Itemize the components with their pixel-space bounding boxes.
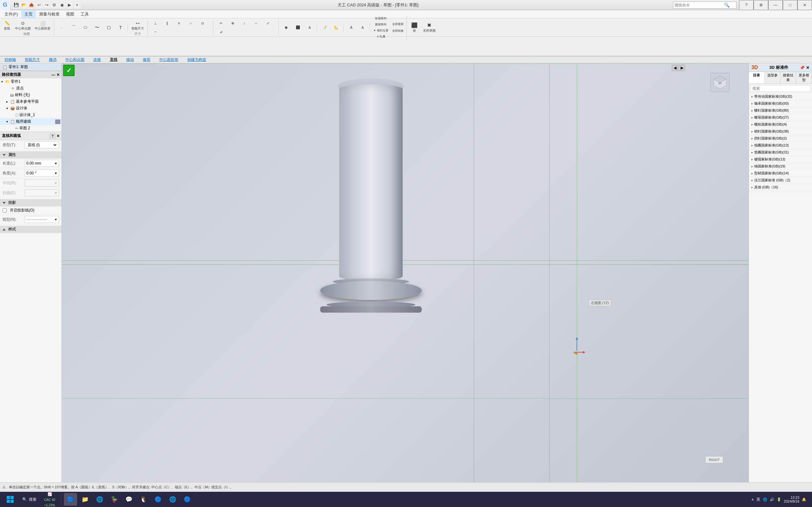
save-btn[interactable]: 💾 — [13, 2, 20, 9]
sequential-expand-btn[interactable]: ↔ — [55, 119, 60, 124]
path-finder-minus[interactable]: — — [51, 73, 55, 77]
length-input[interactable] — [26, 161, 54, 166]
tool-at2[interactable]: A — [357, 23, 368, 32]
right-item-bearing[interactable]: ▸ 轴承国家标准(GB)(93) — [749, 100, 812, 107]
clock-display[interactable]: 13:23 2024/8/16 — [784, 496, 799, 503]
type-select[interactable]: 直线 (l) 圆弧 (A) — [26, 143, 57, 148]
section-projection[interactable]: 投影 — [0, 199, 61, 207]
cmd-center-circle[interactable]: 中心和点圆 — [64, 57, 86, 62]
menu-view[interactable]: 视图 — [63, 10, 78, 18]
play-down-btn[interactable]: ▼ — [73, 2, 81, 9]
tool-ss1[interactable]: ✂ — [215, 19, 226, 27]
menu-home[interactable]: 主页 — [21, 10, 36, 18]
right-item-flange[interactable]: ▸ 法兰国家标准 (GB)（2) — [749, 177, 812, 184]
menu-tools[interactable]: 工具 — [78, 10, 92, 18]
tool-r5[interactable]: ⊙ — [197, 19, 208, 27]
tool-ann1[interactable]: 📝 — [319, 23, 330, 32]
command-search-bar[interactable]: 🔍 — [673, 2, 737, 9]
taskbar-filemanager[interactable]: 📁 — [79, 493, 92, 506]
section-attrs[interactable]: 属性 — [0, 151, 61, 159]
right-item-washer[interactable]: ▸ 垫圈国家标准(GB)(31) — [749, 149, 812, 156]
menu-measure[interactable]: 测量与检查 — [36, 10, 63, 18]
taskbar-app3[interactable]: 💬 — [122, 493, 136, 506]
right-item-snap[interactable]: ▸ 纳国家标准(GB)(19) — [749, 163, 812, 170]
tab-search-result[interactable]: 搜索结果 — [780, 72, 797, 83]
right-search-input[interactable] — [750, 85, 811, 92]
tab-more-models[interactable]: 更多模型 — [796, 72, 812, 83]
tool-circle[interactable]: ⊙ 中心和点圆 — [13, 19, 32, 32]
tool-at1[interactable]: Ā — [346, 23, 357, 32]
tool-convert-all[interactable]: 全部转换 — [391, 28, 405, 34]
tool-r6[interactable]: ↔ — [150, 27, 161, 36]
start-button[interactable] — [3, 492, 18, 507]
nav-prev[interactable]: ◀ — [672, 65, 678, 71]
cmd-move[interactable]: 移动 — [125, 57, 135, 62]
tool-hole[interactable]: ⊙ 孔属 — [372, 34, 390, 40]
right-item-other[interactable]: ▸ 其他 (GB)（16) — [749, 184, 812, 191]
tool-r2[interactable]: ∥ — [161, 19, 173, 27]
tool-feat3[interactable]: A — [304, 23, 315, 32]
tree-expander-ref[interactable]: ▸ — [6, 100, 10, 103]
menu-file[interactable]: 文件(F) — [1, 10, 21, 18]
prop-angle-value[interactable]: ▼ — [25, 170, 59, 177]
export-btn[interactable]: 📤 — [28, 2, 35, 9]
open-btn[interactable]: 📂 — [20, 2, 27, 9]
viewport[interactable]: ✓ 左视图 (YZ) — [62, 63, 749, 482]
tool-ss4[interactable]: ↔ — [250, 19, 262, 27]
tool-smart-dim[interactable]: ↔ 智能尺寸 — [130, 19, 146, 32]
cmd-line[interactable]: 直线 — [108, 57, 119, 62]
right-item-key[interactable]: ▸ 键国家标准(GB)(13) — [749, 156, 812, 163]
tool-spline[interactable]: 〜 — [91, 23, 103, 32]
settings-btn2[interactable]: ⚙ — [754, 0, 768, 10]
view-cube[interactable]: 3D — [710, 73, 729, 92]
right-item-belt[interactable]: ▸ 带传动国家标准(GB)(32) — [749, 93, 812, 100]
tool-ann2[interactable]: 📐 — [331, 23, 342, 32]
prop-length-value[interactable]: ▼ — [25, 160, 59, 167]
angle-dropdown[interactable]: ▼ — [54, 172, 57, 175]
cmd-smart-dim[interactable]: 智能尺寸 — [23, 57, 41, 62]
tray-lang[interactable]: 英 — [757, 497, 760, 502]
path-finder-header[interactable]: 路径查找器 — ✕ — [0, 71, 61, 78]
notification-icon[interactable]: 🔔 — [802, 498, 806, 502]
cmd-undo[interactable]: 撤消 — [48, 57, 58, 62]
angle-input[interactable] — [26, 171, 54, 175]
tree-item-material[interactable]: 🗂 材料 (无) — [0, 92, 61, 98]
right-panel-close[interactable]: ✕ — [806, 65, 809, 70]
right-item-nut[interactable]: ▸ 螺母国家标准(GB)(27) — [749, 114, 812, 121]
length-dropdown[interactable]: ▼ — [54, 162, 57, 165]
linetype-dropdown[interactable]: ▼ — [54, 218, 57, 221]
taskbar-cac[interactable]: 📈 CAC 40 +1.23% — [41, 491, 58, 507]
tool-rivet-pos[interactable]: ✦ 锚钉位置 — [372, 27, 390, 34]
search-icon[interactable]: 🔍 — [724, 3, 729, 8]
minimize-btn[interactable]: — — [768, 0, 783, 10]
tool-feat1[interactable]: ◉ — [281, 23, 292, 32]
tab-select-param[interactable]: 选型参 — [765, 72, 780, 83]
taskbar-search[interactable]: 🔍 搜索 — [19, 493, 40, 506]
taskbar-app5[interactable]: 🔵 — [151, 493, 165, 506]
cmd-connect[interactable]: 连接 — [92, 57, 102, 62]
tool-ss6[interactable]: ⊿ — [215, 27, 226, 36]
tool-poly[interactable]: ⬡ — [103, 23, 114, 32]
projection-checkbox[interactable] — [3, 208, 7, 213]
tool-rect[interactable]: ⬜ 中心面矩形 — [33, 19, 52, 32]
tree-item-sequential[interactable]: ▾ 📋 顺序建模 ↔ — [0, 118, 61, 125]
taskbar-app2[interactable]: 🦆 — [108, 493, 121, 506]
tool-ss3[interactable]: ↕ — [239, 19, 250, 27]
redo-btn[interactable]: ↪ — [43, 2, 50, 9]
tab-catalog[interactable]: 目录 — [749, 72, 765, 83]
right-item-rivet[interactable]: ▸ 挡钉国家标准(GB)(2) — [749, 135, 812, 142]
taskbar-browser[interactable]: 🌐 — [166, 493, 179, 506]
close-btn[interactable]: ✕ — [797, 0, 812, 10]
section-style[interactable]: 样式 — [0, 226, 61, 233]
right-item-screw[interactable]: ▸ 螺钉国家标准(GB)(80) — [749, 107, 812, 114]
tool-r3[interactable]: ≡ — [173, 19, 185, 27]
tray-up-icon[interactable]: ∧ — [751, 498, 754, 502]
props-close-btn[interactable]: ✕ — [56, 134, 60, 138]
tool-text[interactable]: T — [115, 23, 126, 32]
tree-item-design-body[interactable]: ▾ 📦 设计体 — [0, 105, 61, 112]
cmd-center-rect[interactable]: 中心面矩形 — [158, 57, 180, 62]
tool-block[interactable]: ⬛ 块 — [409, 21, 420, 34]
nav-next[interactable]: ▶ — [679, 65, 685, 71]
tool-update-all[interactable]: 全部更新 — [391, 21, 405, 27]
tool-r4[interactable]: ∩ — [185, 19, 196, 27]
